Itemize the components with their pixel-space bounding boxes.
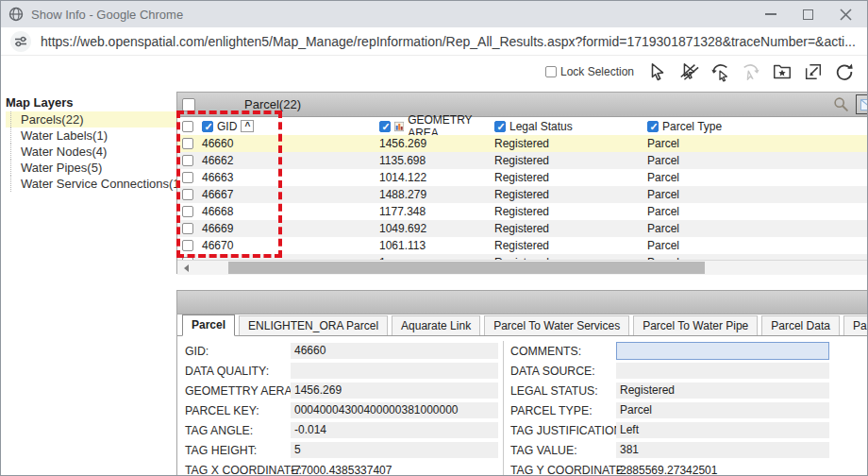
cell-legal: Registered xyxy=(491,239,643,252)
lock-selection-checkbox[interactable] xyxy=(545,66,557,77)
scroll-left-arrow[interactable] xyxy=(179,261,193,275)
tab-parcel-water-pipes-1[interactable]: Parcel Water Pipes 1 xyxy=(843,315,868,335)
undo-selection-icon[interactable] xyxy=(709,60,731,83)
cell-type: Parcel xyxy=(643,222,868,235)
column-area-checkbox[interactable] xyxy=(379,121,391,132)
select-all-rows-checkbox[interactable] xyxy=(182,98,195,111)
globe-icon xyxy=(8,7,24,22)
field-value-data-quality xyxy=(291,363,498,379)
map-layers-sidebar: Map Layers Parcels(22)Water Labels(1)Wat… xyxy=(1,88,176,476)
cell-gid: 46670 xyxy=(198,239,376,252)
mail-icon[interactable] xyxy=(860,99,868,110)
table-row[interactable]: 466621135.698RegisteredParcel xyxy=(177,152,868,169)
column-header-parcel-type[interactable]: Parcel Type xyxy=(643,120,868,133)
column-header-legal-status[interactable]: Legal Status xyxy=(491,120,643,133)
search-icon[interactable] xyxy=(833,96,849,112)
table-row[interactable]: 466691049.692RegisteredParcel xyxy=(177,220,868,237)
row-checkbox[interactable] xyxy=(182,189,193,200)
column-legal-checkbox[interactable] xyxy=(494,121,506,132)
cell-area: 1014.122 xyxy=(376,171,491,184)
results-grid-panel: Parcel(22) X xyxy=(176,92,868,274)
column-type-label: Parcel Type xyxy=(662,120,722,133)
field-value-gid: 46660 xyxy=(291,343,498,359)
cell-area: 1049.692 xyxy=(376,222,491,235)
import-selection-icon[interactable] xyxy=(802,60,825,83)
field-row-parcel-key: PARCEL KEY:00040004300400000381000000 xyxy=(185,400,498,420)
sidebar-item-water-labels-1[interactable]: Water Labels(1) xyxy=(6,128,176,144)
sidebar-item-water-pipes-5[interactable]: Water Pipes(5) xyxy=(6,160,176,176)
header-select-all-checkbox[interactable] xyxy=(182,121,193,132)
field-label-parcel-key: PARCEL KEY: xyxy=(185,404,291,417)
field-label-gid: GID: xyxy=(185,345,291,358)
map-toolbar: Lock Selection xyxy=(1,56,867,88)
field-label-data-quality: DATA QUALITY: xyxy=(185,365,291,378)
column-header-gid[interactable]: GID ^ xyxy=(198,120,376,133)
grid-title-bar: Parcel(22) X xyxy=(177,93,868,117)
horizontal-scrollbar[interactable] xyxy=(177,260,868,275)
horizontal-scroll-thumb[interactable] xyxy=(228,262,705,274)
sort-ascending-icon[interactable]: ^ xyxy=(241,120,254,132)
row-checkbox[interactable] xyxy=(182,172,193,183)
title-bar: Show Info - Google Chrome xyxy=(1,1,867,27)
tab-enlighten-ora-parcel[interactable]: ENLIGHTEN_ORA Parcel xyxy=(239,315,388,335)
redo-selection-icon-disabled xyxy=(740,60,762,83)
row-checkbox[interactable] xyxy=(182,155,193,166)
cell-area: 1456.269 xyxy=(376,137,491,150)
field-row-geomettry-aera: GEOMETTRY AERA:1456.269 xyxy=(185,381,498,400)
cell-legal: Registered xyxy=(491,222,643,235)
url-bar: https://web.openspatial.com/enlighten5/M… xyxy=(1,27,867,56)
sidebar-item-water-service-connections-18[interactable]: Water Service Connections(18) xyxy=(6,176,176,192)
tab-parcel-to-water-pipe[interactable]: Parcel To Water Pipe xyxy=(633,315,758,335)
site-settings-icon[interactable] xyxy=(10,31,31,52)
row-checkbox[interactable] xyxy=(182,206,193,217)
chart-column-icon xyxy=(394,121,404,132)
tab-aquarate-link[interactable]: Aquarate Link xyxy=(392,315,480,335)
field-row-legal-status: LEGAL STATUS:Registered xyxy=(510,381,868,400)
row-checkbox[interactable] xyxy=(182,240,193,251)
url-text[interactable]: https://web.openspatial.com/enlighten5/M… xyxy=(41,34,856,49)
sidebar-item-water-nodes-4[interactable]: Water Nodes(4) xyxy=(6,144,176,160)
tab-parcel[interactable]: Parcel xyxy=(182,314,235,336)
cell-type: Parcel xyxy=(643,239,868,252)
column-gid-checkbox[interactable] xyxy=(202,121,213,132)
cell-gid: 46668 xyxy=(198,205,376,218)
row-checkbox[interactable] xyxy=(182,223,193,234)
table-row[interactable]: 466681177.348RegisteredParcel xyxy=(177,203,868,220)
sidebar-item-parcels-22[interactable]: Parcels(22) xyxy=(6,111,176,128)
deselect-arrow-icon[interactable] xyxy=(677,60,700,83)
select-arrow-icon[interactable] xyxy=(646,60,669,83)
grid-header-row: GID ^ GEOMETRY AREA xyxy=(177,117,868,135)
close-icon[interactable] xyxy=(840,8,852,21)
table-row[interactable]: 466601456.269RegisteredParcel xyxy=(177,135,868,152)
comments-input[interactable] xyxy=(616,342,829,360)
field-label-legal-status: LEGAL STATUS: xyxy=(510,384,616,398)
field-row-data-source: DATA SOURCE: xyxy=(510,361,868,381)
cell-legal: Registered xyxy=(491,205,643,218)
saved-selections-folder-icon[interactable] xyxy=(771,60,793,83)
cell-gid: 46667 xyxy=(198,188,376,201)
row-checkbox[interactable] xyxy=(182,138,193,149)
cell-gid: 46660 xyxy=(198,137,376,150)
cell-legal: Registered xyxy=(491,137,643,150)
column-type-checkbox[interactable] xyxy=(647,121,659,132)
field-value-tag-height: 5 xyxy=(291,442,498,458)
cell-area: 1177.348 xyxy=(376,205,491,218)
table-row[interactable]: 466701061.113RegisteredParcel xyxy=(177,237,868,254)
cell-gid: 46662 xyxy=(198,154,376,167)
table-row[interactable]: 466671488.279RegisteredParcel xyxy=(177,186,868,203)
tab-parcel-data[interactable]: Parcel Data xyxy=(761,315,840,335)
field-value-tag-angle: -0.014 xyxy=(291,422,498,438)
field-label-comments: COMMENTS: xyxy=(510,345,616,358)
cell-type: Parcel xyxy=(643,137,868,150)
minimize-icon[interactable] xyxy=(765,13,776,15)
field-label-data-source: DATA SOURCE: xyxy=(510,365,616,378)
field-label-tag-x-coordinate: TAG X COORDINATE: xyxy=(185,464,291,476)
table-row[interactable]: 466631014.122RegisteredParcel xyxy=(177,169,868,186)
cell-type: Parcel xyxy=(643,171,868,184)
chrome-popup-window: Show Info - Google Chrome https://web.op… xyxy=(0,0,868,476)
tab-parcel-to-water-services[interactable]: Parcel To Water Services xyxy=(484,315,629,335)
field-row-tag-x-coordinate: TAG X COORDINATE:-77000.4385337407 xyxy=(185,460,498,476)
cell-gid: 46663 xyxy=(198,171,376,184)
refresh-icon[interactable] xyxy=(833,60,856,83)
maximize-icon[interactable] xyxy=(803,9,813,20)
